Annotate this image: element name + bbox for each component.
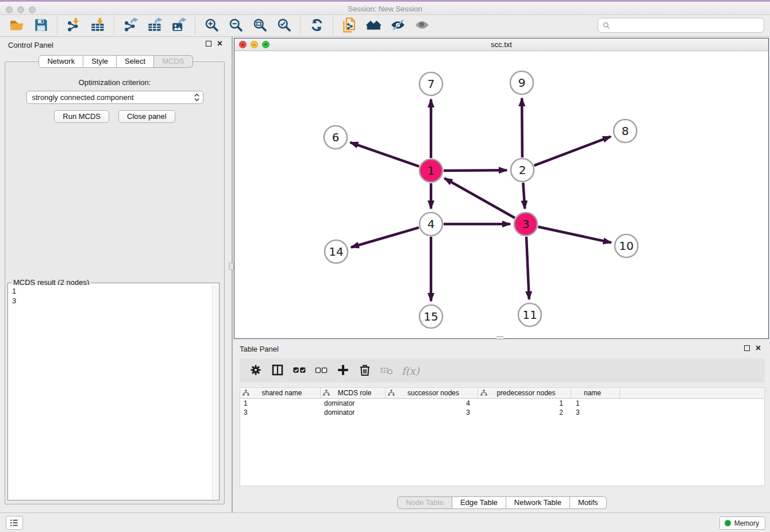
deselect-all-columns-button[interactable] [312,361,330,380]
export-table-button[interactable] [144,17,165,35]
zoom-selected-button[interactable] [274,17,294,35]
svg-text:15: 15 [424,310,438,323]
hide-graphics-details-button[interactable] [387,17,408,35]
save-session-button[interactable] [30,17,51,35]
open-file-icon [9,17,25,34]
column-header-name[interactable]: name [571,388,620,398]
task-history-button[interactable] [6,516,23,530]
node-14[interactable]: 14 [325,240,348,263]
column-header-mcds-role[interactable]: MCDS role [321,388,386,398]
table-tab-motifs[interactable]: Motifs [570,496,607,509]
close-panel-icon[interactable]: × [217,40,222,47]
float-panel-icon[interactable] [206,41,211,47]
edge-1-2[interactable] [444,170,507,171]
edge-3-10[interactable] [538,227,611,243]
select-all-columns-button[interactable] [290,361,309,380]
tab-style[interactable]: Style [83,55,117,68]
result-line: 3 [12,296,208,306]
import-network-button[interactable] [63,17,84,35]
export-network-button[interactable] [120,17,141,35]
control-panel-title: Control Panel [8,41,53,49]
column-header-shared-name[interactable]: shared name [240,388,321,398]
table-tab-network-table[interactable]: Network Table [506,496,570,509]
mcds-result-text[interactable]: 13 [9,285,211,499]
close-table-panel-icon[interactable]: × [756,345,761,352]
delete-column-button[interactable] [356,361,374,380]
network-window-title: scc.txt [234,40,768,49]
tab-mcds[interactable]: MCDS [154,55,192,68]
edge-3-11[interactable] [526,237,529,299]
network-window-titlebar[interactable]: × − + scc.txt [234,38,768,51]
run-mcds-button[interactable]: Run MCDS [54,110,109,123]
toolbar-separator [300,17,301,34]
panel-splitter-grip[interactable] [229,263,234,270]
zoom-fit-button[interactable] [249,17,270,35]
column-header-successor-nodes[interactable]: successor nodes [386,388,478,398]
show-column-button[interactable] [268,361,287,380]
add-column-button[interactable] [334,361,352,380]
float-table-panel-icon[interactable] [744,345,750,351]
result-scrollbar[interactable] [212,285,218,499]
node-3[interactable]: 3 [514,213,537,236]
export-image-button[interactable] [168,17,189,35]
node-15[interactable]: 15 [419,305,442,328]
control-panel: Control Panel × NetworkStyleSelectMCDS O… [0,37,233,512]
edge-1-6[interactable] [351,142,419,167]
zoom-out-button[interactable] [225,17,246,35]
node-8[interactable]: 8 [614,119,637,142]
tab-select[interactable]: Select [117,55,154,68]
node-6[interactable]: 6 [324,126,347,149]
show-graphics-details-button[interactable] [411,17,432,35]
svg-text:14: 14 [329,245,343,259]
memory-button[interactable]: Memory [719,516,765,530]
zoom-in-button[interactable] [201,17,222,35]
create-network-view-button[interactable] [339,17,360,35]
node-1[interactable]: 1 [419,159,442,182]
edge-4-14[interactable] [351,228,419,247]
svg-text:8: 8 [622,124,629,138]
table-panel-tabs: Node TableEdge TableNetwork TableMotifs [234,496,770,509]
import-table-button[interactable] [87,17,108,35]
search-box[interactable] [598,18,764,33]
edge-2-3[interactable] [523,183,525,209]
table-tab-node-table[interactable]: Node Table [397,496,452,509]
column-header-predecessor-nodes[interactable]: predecessor nodes [478,388,571,398]
node-11[interactable]: 11 [518,303,541,326]
optimization-criterion-value: strongly connected component [32,93,194,102]
cell-successor-nodes: 3 [386,408,478,417]
node-10[interactable]: 10 [615,234,638,257]
node-2[interactable]: 2 [511,159,534,182]
main-region: Control Panel × NetworkStyleSelectMCDS O… [0,37,770,512]
delete-table-button [378,361,396,380]
refresh-view-button[interactable] [306,17,327,35]
network-canvas[interactable]: 7968124314101511 [234,51,768,338]
optimization-criterion-select[interactable]: strongly connected component [26,91,203,104]
application-window: Session: New Session Control Panel × Net… [0,0,770,532]
table-settings-gear-button[interactable] [247,361,265,380]
table-row[interactable]: 1dominator411 [240,399,764,408]
node-9[interactable]: 9 [510,71,533,94]
edge-3-1[interactable] [445,178,515,218]
zoom-selected-icon [276,17,292,34]
network-resize-grip[interactable] [496,336,503,340]
node-7[interactable]: 7 [419,72,442,95]
search-input[interactable] [613,21,759,30]
tab-network[interactable]: Network [38,55,83,68]
network-view-window: × − + scc.txt 7968124314101511 [234,38,769,339]
table-row[interactable]: 3dominator323 [240,408,764,417]
apply-function-button: f(x) [402,365,419,377]
toolbar-icons [5,17,434,35]
edge-2-9[interactable] [522,98,522,157]
home-view-button[interactable] [363,17,384,35]
memory-status-icon [725,520,731,526]
svg-text:9: 9 [518,76,526,90]
close-panel-button[interactable]: Close panel [118,110,175,123]
edge-2-8[interactable] [534,137,611,166]
zoom-fit-icon [252,17,268,34]
node-table: shared nameMCDS rolesuccessor nodesprede… [240,387,765,486]
hierarchy-icon [323,390,330,396]
node-4[interactable]: 4 [419,213,442,236]
table-tab-edge-table[interactable]: Edge Table [452,496,506,509]
open-file-button[interactable] [6,17,27,35]
session-title: Session: New Session [0,5,770,13]
